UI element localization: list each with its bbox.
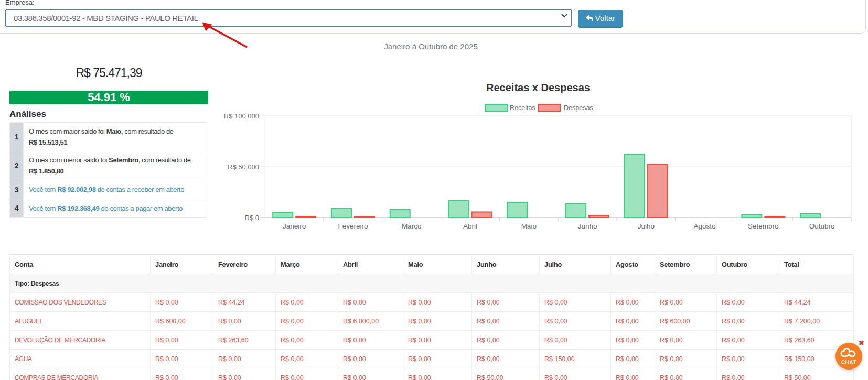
svg-text:R$ 100.000: R$ 100.000 <box>224 112 259 120</box>
svg-text:Abril: Abril <box>463 222 477 230</box>
svg-text:Janeiro: Janeiro <box>283 222 306 230</box>
svg-text:Julho: Julho <box>638 222 655 230</box>
svg-text:R$ 0: R$ 0 <box>245 214 259 222</box>
svg-text:Outubro: Outubro <box>809 222 835 230</box>
svg-text:Receitas x Despesas: Receitas x Despesas <box>486 82 590 93</box>
svg-text:Março: Março <box>402 222 422 230</box>
svg-text:R$ 50.000: R$ 50.000 <box>228 163 259 171</box>
svg-text:Agosto: Agosto <box>694 222 716 230</box>
svg-text:Maio: Maio <box>521 222 537 230</box>
svg-text:Receitas: Receitas <box>510 104 535 112</box>
svg-text:Despesas: Despesas <box>564 104 593 112</box>
svg-text:Fevereiro: Fevereiro <box>338 222 368 230</box>
svg-text:Setembro: Setembro <box>748 222 779 230</box>
svg-text:Junho: Junho <box>578 222 597 230</box>
